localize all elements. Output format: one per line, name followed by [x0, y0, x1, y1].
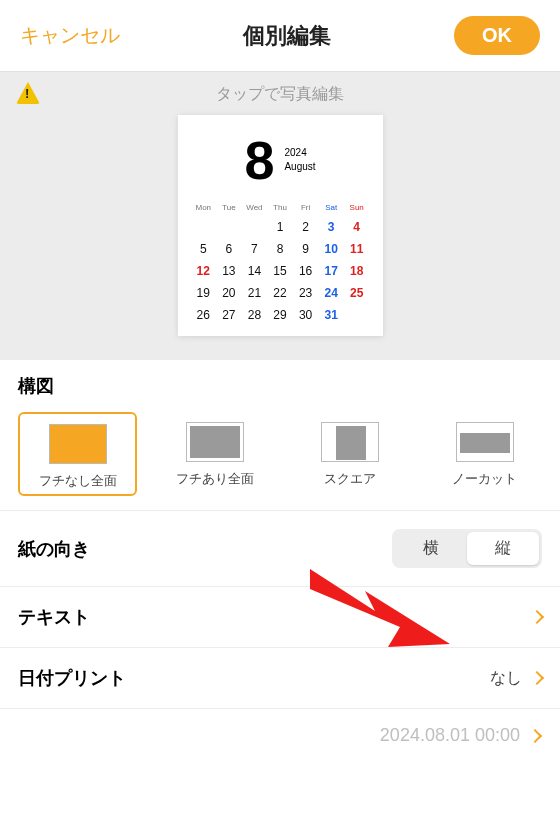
orientation-option[interactable]: 縦 [467, 532, 539, 565]
calendar-day: 26 [192, 308, 216, 322]
calendar-day: 30 [294, 308, 318, 322]
calendar-day: 20 [217, 286, 241, 300]
calendar-day: 28 [243, 308, 267, 322]
calendar-day: 16 [294, 264, 318, 278]
calendar-day: 10 [319, 242, 343, 256]
calendar-day: 17 [319, 264, 343, 278]
composition-section: 構図 フチなし全面フチあり全面スクエアノーカット [0, 360, 560, 511]
warning-icon [16, 82, 40, 104]
ok-button[interactable]: OK [454, 16, 540, 55]
calendar-day: 9 [294, 242, 318, 256]
text-chevron-wrap [522, 612, 542, 622]
composition-thumb [321, 422, 379, 462]
calendar-day: 4 [345, 220, 369, 234]
calendar-day: 22 [268, 286, 292, 300]
calendar-day: 21 [243, 286, 267, 300]
edit-hint: タップで写真編集 [0, 84, 560, 105]
calendar-year: 2024 [284, 146, 315, 160]
calendar-dow: Sun [345, 203, 369, 212]
text-label: テキスト [18, 605, 90, 629]
chevron-right-icon [530, 610, 544, 624]
calendar-dow: Sat [319, 203, 343, 212]
cancel-button[interactable]: キャンセル [20, 22, 120, 49]
composition-thumb [49, 424, 107, 464]
calendar-day: 18 [345, 264, 369, 278]
page-title: 個別編集 [243, 21, 331, 51]
calendar-day: 31 [319, 308, 343, 322]
date-print-value: なし [490, 668, 522, 689]
header-bar: キャンセル 個別編集 OK [0, 0, 560, 72]
composition-option-label: フチなし全面 [20, 472, 135, 490]
calendar-day: 8 [268, 242, 292, 256]
calendar-dow: Tue [217, 203, 241, 212]
composition-option[interactable]: スクエア [292, 412, 407, 496]
composition-option[interactable]: フチあり全面 [157, 412, 272, 496]
calendar-day: 27 [217, 308, 241, 322]
orientation-row: 紙の向き 横縦 [0, 511, 560, 587]
calendar-day: 12 [192, 264, 216, 278]
calendar-day: 23 [294, 286, 318, 300]
calendar-sub: 2024 August [284, 146, 315, 174]
calendar-header: 8 2024 August [192, 133, 369, 187]
composition-options: フチなし全面フチあり全面スクエアノーカット [18, 412, 542, 496]
calendar-dow: Fri [294, 203, 318, 212]
composition-option-label: スクエア [292, 470, 407, 488]
calendar-day: 1 [268, 220, 292, 234]
composition-title: 構図 [18, 374, 542, 398]
calendar-day: 3 [319, 220, 343, 234]
calendar-day: 19 [192, 286, 216, 300]
composition-option-label: フチあり全面 [157, 470, 272, 488]
calendar-month-name: August [284, 160, 315, 174]
calendar-day: 14 [243, 264, 267, 278]
calendar-day: 5 [192, 242, 216, 256]
calendar-day: 15 [268, 264, 292, 278]
calendar-dow: Thu [268, 203, 292, 212]
date-print-label: 日付プリント [18, 666, 126, 690]
calendar-preview[interactable]: 8 2024 August MonTueWedThuFriSatSun00012… [178, 115, 383, 336]
calendar-dow: Mon [192, 203, 216, 212]
calendar-day: 13 [217, 264, 241, 278]
date-print-value-wrap: なし [490, 668, 542, 689]
composition-thumb [186, 422, 244, 462]
calendar-day: 25 [345, 286, 369, 300]
composition-option-label: ノーカット [427, 470, 542, 488]
calendar-day: 11 [345, 242, 369, 256]
preview-area: タップで写真編集 8 2024 August MonTueWedThuFriSa… [0, 72, 560, 360]
calendar-day: 29 [268, 308, 292, 322]
orientation-option[interactable]: 横 [395, 532, 467, 565]
calendar-grid: MonTueWedThuFriSatSun0001234567891011121… [192, 203, 369, 322]
timestamp-row[interactable]: 2024.08.01 00:00 [0, 709, 560, 762]
orientation-segment[interactable]: 横縦 [392, 529, 542, 568]
composition-thumb [456, 422, 514, 462]
orientation-label: 紙の向き [18, 537, 90, 561]
date-print-row[interactable]: 日付プリント なし [0, 648, 560, 709]
calendar-month-number: 8 [244, 133, 274, 187]
chevron-right-icon [530, 671, 544, 685]
chevron-right-icon [528, 728, 542, 742]
calendar-dow: Wed [243, 203, 267, 212]
calendar-day: 7 [243, 242, 267, 256]
calendar-day: 24 [319, 286, 343, 300]
composition-option[interactable]: フチなし全面 [18, 412, 137, 496]
text-row[interactable]: テキスト [0, 587, 560, 648]
timestamp-value: 2024.08.01 00:00 [380, 725, 520, 746]
calendar-day: 2 [294, 220, 318, 234]
composition-option[interactable]: ノーカット [427, 412, 542, 496]
calendar-day: 6 [217, 242, 241, 256]
